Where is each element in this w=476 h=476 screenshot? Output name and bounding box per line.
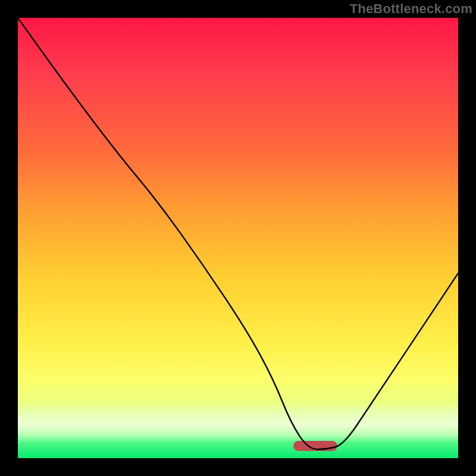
plot-area: [18, 18, 458, 458]
bottleneck-curve: [18, 18, 458, 458]
chart-frame: TheBottleneck.com: [0, 0, 476, 476]
curve-path: [18, 18, 458, 449]
watermark-text: TheBottleneck.com: [350, 1, 472, 17]
